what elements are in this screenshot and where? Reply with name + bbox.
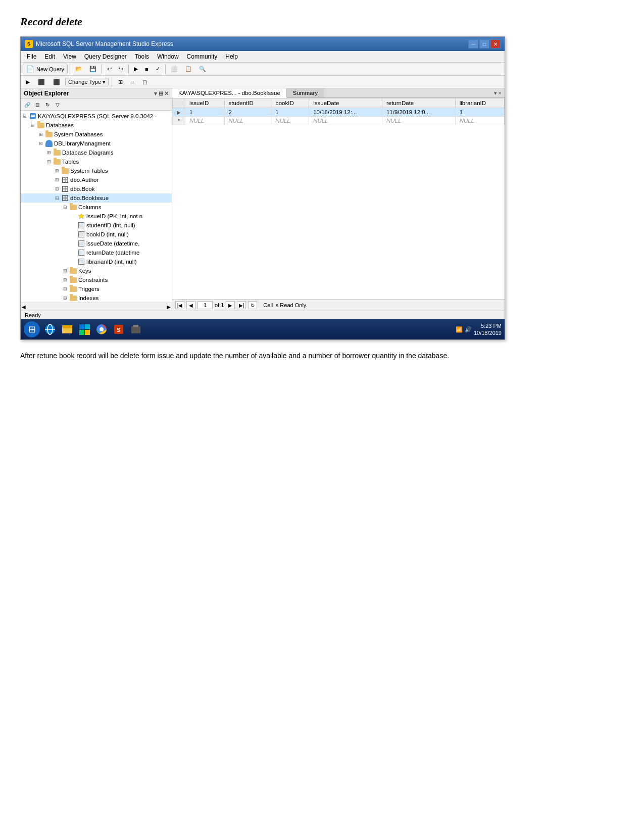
tab-summary[interactable]: Summary (287, 88, 324, 97)
tree-db-library[interactable]: ⊟ DBLibraryManagment (21, 139, 172, 148)
taskbar-app-icon[interactable] (128, 321, 144, 337)
open-button[interactable]: 📂 (72, 64, 85, 74)
tree-col-librarianid[interactable]: librarianID (int, null) (21, 257, 172, 266)
minimize-button[interactable]: ─ (468, 39, 478, 48)
menu-query-designer[interactable]: Query Designer (81, 52, 130, 61)
restore-button[interactable]: □ (479, 39, 489, 48)
col-returndate-header[interactable]: returnDate (382, 99, 455, 108)
execute-button[interactable]: ▶ (23, 77, 33, 87)
redo-button[interactable]: ↪ (116, 64, 126, 74)
row1-librarianid[interactable]: 1 (455, 108, 504, 117)
col-issuedate-header[interactable]: issueDate (309, 99, 382, 108)
tree-col-returndate[interactable]: returnDate (datetime (21, 248, 172, 257)
author-toggle[interactable]: ⊞ (53, 176, 61, 184)
tree-system-tables[interactable]: ⊞ System Tables (21, 166, 172, 175)
constraints-toggle[interactable]: ⊞ (61, 276, 69, 284)
tree-server-node[interactable]: ⊟ KA\YA\SQLEXPRESS (SQL Server 9.0.3042 … (21, 112, 172, 121)
oe-refresh-button[interactable]: ↻ (43, 100, 52, 109)
stop-button[interactable]: ■ (142, 65, 152, 74)
copy-button[interactable]: ⬜ (168, 64, 181, 74)
taskbar-ie-icon[interactable] (42, 321, 58, 337)
tree-table-author[interactable]: ⊞ dbo.Author (21, 175, 172, 184)
tree-triggers[interactable]: ⊞ Triggers (21, 284, 172, 293)
nav-first-button[interactable]: |◀ (175, 301, 184, 309)
close-button[interactable]: ✕ (490, 39, 501, 48)
tree-col-studentid[interactable]: studentID (int, null) (21, 221, 172, 230)
tree-tables[interactable]: ⊟ Tables (21, 157, 172, 166)
dblibrary-toggle[interactable]: ⊟ (37, 139, 45, 148)
tree-col-issueid[interactable]: issueID (PK, int, not n (21, 212, 172, 221)
tree-columns-folder[interactable]: ⊟ Columns (21, 203, 172, 212)
tree-table-bookissue[interactable]: ⊟ dbo.BookIssue (21, 193, 172, 203)
row2-bookid[interactable]: NULL (271, 117, 309, 125)
taskbar-chrome-icon[interactable] (93, 321, 110, 337)
row2-issueid[interactable]: NULL (185, 117, 225, 125)
row1-returndate[interactable]: 11/9/2019 12:0... (382, 108, 455, 117)
tree-col-issuedate[interactable]: issueDate (datetime, (21, 239, 172, 248)
row1-issueid[interactable]: 1 (185, 108, 225, 117)
system-dbs-toggle[interactable]: ⊞ (37, 130, 45, 138)
text-view-button[interactable]: ≡ (128, 77, 137, 86)
menu-tools[interactable]: Tools (132, 52, 152, 61)
close-oe-button[interactable]: ✕ (164, 90, 169, 97)
cancel-button[interactable]: ⬛ (50, 77, 63, 87)
row2-studentid[interactable]: NULL (224, 117, 271, 125)
databases-toggle[interactable]: ⊟ (29, 121, 37, 129)
col-studentid-header[interactable]: studentID (224, 99, 271, 108)
menu-view[interactable]: View (60, 52, 79, 61)
new-query-button[interactable]: 📄 New Query (23, 64, 68, 74)
tree-indexes[interactable]: ⊞ Indexes (21, 293, 172, 303)
menu-window[interactable]: Window (154, 52, 182, 61)
tree-col-bookid[interactable]: bookID (int, null) (21, 230, 172, 239)
book-toggle[interactable]: ⊞ (53, 185, 61, 193)
table-row[interactable]: * NULL NULL NULL NULL NULL NULL (173, 117, 505, 125)
row2-issuedate[interactable]: NULL (309, 117, 382, 125)
oe-scroll-left[interactable]: ◀ (22, 304, 26, 310)
taskbar-explorer-icon[interactable] (59, 321, 75, 337)
diagrams-toggle[interactable]: ⊞ (45, 149, 53, 157)
row1-issuedate[interactable]: 10/18/2019 12:... (309, 108, 382, 117)
col-issueid-header[interactable]: issueID (185, 99, 225, 108)
nav-next-button[interactable]: ▶ (226, 301, 235, 309)
change-type-button[interactable]: Change Type ▾ (65, 78, 109, 86)
tree-db-diagrams[interactable]: ⊞ Database Diagrams (21, 148, 172, 157)
tables-toggle[interactable]: ⊟ (45, 158, 53, 166)
nav-prev-button[interactable]: ◀ (186, 301, 195, 309)
nav-last-button[interactable]: ▶| (237, 301, 246, 309)
row1-bookid[interactable]: 1 (271, 108, 309, 117)
sys-tables-toggle[interactable]: ⊞ (53, 167, 61, 175)
taskbar-store-icon[interactable] (76, 321, 92, 337)
keys-toggle[interactable]: ⊞ (61, 267, 69, 275)
row1-studentid[interactable]: 2 (224, 108, 271, 117)
tree-databases-node[interactable]: ⊟ Databases (21, 121, 172, 130)
triggers-toggle[interactable]: ⊞ (61, 285, 69, 293)
server-toggle[interactable]: ⊟ (21, 112, 29, 120)
nav-page-input[interactable] (197, 301, 213, 309)
row2-returndate[interactable]: NULL (382, 117, 455, 125)
oe-connect-button[interactable]: 🔗 (23, 100, 32, 109)
tree-table-book[interactable]: ⊞ dbo.Book (21, 184, 172, 193)
paste-button[interactable]: 📋 (182, 64, 195, 74)
debug-button[interactable]: ⬛ (35, 77, 48, 87)
col-librarianid-header[interactable]: librarianID (455, 99, 504, 108)
menu-help[interactable]: Help (222, 52, 241, 61)
tab-bookissue[interactable]: KA\YA\SQLEXPRES... - dbo.BookIssue (172, 88, 287, 98)
oe-scroll-right[interactable]: ▶ (167, 304, 171, 310)
indexes-toggle[interactable]: ⊞ (61, 294, 69, 302)
menu-file[interactable]: File (24, 52, 39, 61)
menu-community[interactable]: Community (184, 52, 221, 61)
menu-edit[interactable]: Edit (41, 52, 58, 61)
parse-button[interactable]: ✓ (153, 64, 163, 74)
oe-filter-button[interactable]: ▽ (53, 100, 62, 109)
pin-button[interactable]: ▾ ⊞ (154, 90, 163, 97)
save-button[interactable]: 💾 (86, 64, 100, 74)
tree-keys[interactable]: ⊞ Keys (21, 266, 172, 275)
run-button[interactable]: ▶ (131, 64, 141, 74)
undo-button[interactable]: ↩ (104, 64, 115, 74)
taskbar-ssms-icon[interactable]: S (111, 321, 127, 337)
table-row[interactable]: ▶ 1 2 1 10/18/2019 12:... 11/9/2019 12:0… (173, 108, 505, 117)
tree-system-dbs[interactable]: ⊞ System Databases (21, 130, 172, 139)
find-button[interactable]: 🔍 (196, 64, 209, 74)
tree-constraints[interactable]: ⊞ Constraints (21, 275, 172, 284)
bookissue-toggle[interactable]: ⊟ (53, 194, 61, 202)
